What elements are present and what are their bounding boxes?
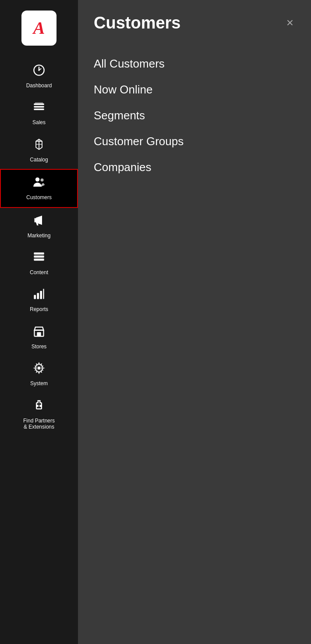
sidebar-item-extensions[interactable]: Find Partners & Extensions <box>0 393 78 436</box>
sidebar-item-reports-label: Reports <box>30 306 48 312</box>
sidebar-item-customers[interactable]: Customers <box>0 169 78 208</box>
menu-item-now-online[interactable]: Now Online <box>94 77 295 103</box>
menu-item-companies[interactable]: Companies <box>94 154 295 180</box>
menu-item-companies-label: Companies <box>94 161 152 174</box>
sidebar-item-content[interactable]: Content <box>0 245 78 282</box>
content-icon <box>33 251 45 267</box>
customers-menu: All Customers Now Online Segments Custom… <box>94 51 295 180</box>
svg-rect-2 <box>34 104 44 105</box>
menu-item-all-customers[interactable]: All Customers <box>94 51 295 77</box>
menu-item-segments[interactable]: Segments <box>94 103 295 129</box>
reports-icon <box>33 288 45 304</box>
sidebar-item-reports[interactable]: Reports <box>0 282 78 318</box>
sidebar-item-marketing-label: Marketing <box>28 233 51 239</box>
logo-icon: A <box>33 19 45 37</box>
sidebar-item-sales-label: Sales <box>32 119 46 125</box>
svg-rect-14 <box>43 289 44 299</box>
sidebar: A Dashboard Sales <box>0 0 78 644</box>
customers-panel: Customers × All Customers Now Online Seg… <box>78 0 311 644</box>
dashboard-icon <box>33 64 45 80</box>
marketing-icon <box>33 214 45 230</box>
menu-item-segments-label: Segments <box>94 109 145 122</box>
svg-point-6 <box>35 178 39 182</box>
sidebar-item-system-label: System <box>30 380 48 386</box>
customers-icon <box>33 176 45 192</box>
svg-point-18 <box>38 367 41 370</box>
sidebar-item-sales[interactable]: Sales <box>0 95 78 132</box>
svg-rect-11 <box>34 295 36 299</box>
sidebar-item-system[interactable]: System <box>0 356 78 393</box>
sidebar-item-dashboard[interactable]: Dashboard <box>0 58 78 95</box>
sidebar-item-catalog[interactable]: Catalog <box>0 132 78 169</box>
svg-rect-12 <box>37 293 39 299</box>
extensions-icon <box>33 399 45 415</box>
sales-icon <box>33 101 45 117</box>
catalog-icon <box>33 138 45 154</box>
sidebar-item-content-label: Content <box>30 269 48 275</box>
system-icon <box>33 362 45 378</box>
sidebar-item-marketing[interactable]: Marketing <box>0 208 78 245</box>
menu-item-now-online-label: Now Online <box>94 83 152 96</box>
logo[interactable]: A <box>0 4 78 58</box>
sidebar-item-catalog-label: Catalog <box>30 157 48 163</box>
sidebar-item-stores-label: Stores <box>32 343 47 350</box>
svg-rect-9 <box>34 255 44 258</box>
stores-icon <box>33 325 45 341</box>
sidebar-item-customers-label: Customers <box>26 194 52 200</box>
panel-header: Customers × <box>94 13 295 33</box>
panel-title: Customers <box>94 13 181 33</box>
svg-rect-10 <box>34 258 44 261</box>
svg-rect-4 <box>34 109 44 111</box>
menu-item-customer-groups[interactable]: Customer Groups <box>94 129 295 154</box>
close-button[interactable]: × <box>285 15 295 31</box>
svg-point-7 <box>41 179 44 182</box>
svg-rect-16 <box>37 332 41 336</box>
sidebar-item-extensions-label: Find Partners & Extensions <box>23 418 55 430</box>
sidebar-item-dashboard-label: Dashboard <box>26 82 52 89</box>
svg-rect-13 <box>40 291 42 299</box>
menu-item-all-customers-label: All Customers <box>94 57 165 70</box>
sidebar-item-stores[interactable]: Stores <box>0 319 78 356</box>
svg-rect-5 <box>35 103 43 104</box>
svg-rect-3 <box>34 106 44 108</box>
svg-rect-8 <box>34 252 44 254</box>
menu-item-customer-groups-label: Customer Groups <box>94 135 184 148</box>
